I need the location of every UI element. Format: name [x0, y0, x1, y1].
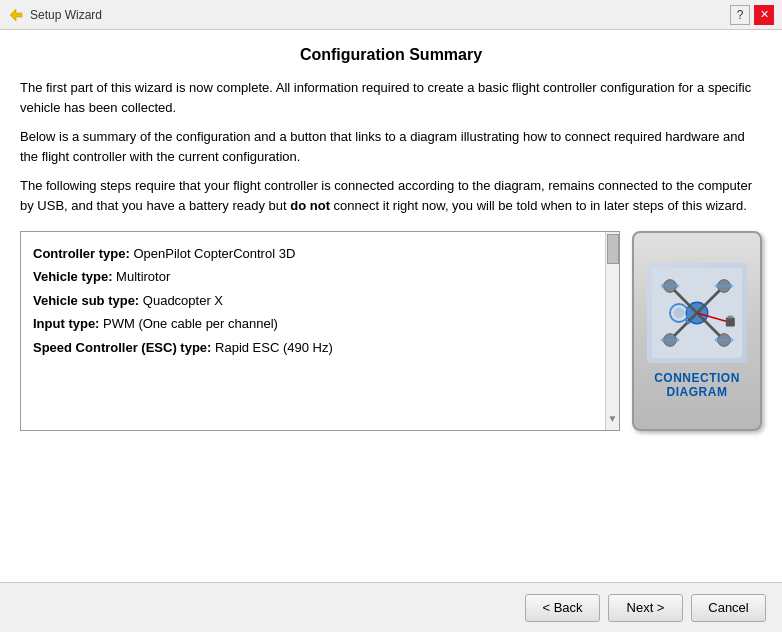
back-button[interactable]: < Back	[525, 594, 600, 622]
summary-label: Input type:	[33, 316, 99, 331]
summary-label: Controller type:	[33, 246, 130, 261]
close-button[interactable]: ✕	[754, 5, 774, 25]
summary-row: Vehicle sub type: Quadcopter X	[33, 289, 607, 312]
diagram-label-line2: DIAGRAM	[667, 385, 728, 399]
summary-row: Speed Controller (ESC) type: Rapid ESC (…	[33, 336, 607, 359]
svg-marker-0	[10, 9, 22, 21]
diagram-illustration	[647, 263, 747, 363]
summary-label: Vehicle sub type:	[33, 293, 139, 308]
titlebar-controls: ? ✕	[730, 5, 774, 25]
summary-row: Input type: PWM (One cable per channel)	[33, 312, 607, 335]
diagram-svg	[652, 268, 742, 358]
diagram-label-line1: CONNECTION	[654, 371, 740, 385]
summary-box: Controller type: OpenPilot CopterControl…	[20, 231, 620, 431]
paragraph1: The first part of this wizard is now com…	[20, 78, 762, 117]
svg-point-12	[715, 283, 733, 288]
titlebar-left: Setup Wizard	[8, 7, 102, 23]
next-button[interactable]: Next >	[608, 594, 683, 622]
svg-point-13	[661, 337, 679, 342]
summary-row: Controller type: OpenPilot CopterControl…	[33, 242, 607, 265]
svg-point-19	[674, 308, 685, 319]
titlebar: Setup Wizard ? ✕	[0, 0, 782, 30]
wizard-icon	[8, 7, 24, 23]
page-title: Configuration Summary	[20, 46, 762, 64]
help-button[interactable]: ?	[730, 5, 750, 25]
titlebar-title: Setup Wizard	[30, 8, 102, 22]
connection-diagram-button[interactable]: CONNECTION DIAGRAM	[632, 231, 762, 431]
svg-rect-16	[726, 318, 735, 327]
main-content: Configuration Summary The first part of …	[0, 30, 782, 582]
svg-rect-17	[728, 316, 733, 319]
svg-point-11	[661, 283, 679, 288]
cancel-button[interactable]: Cancel	[691, 594, 766, 622]
paragraph2: Below is a summary of the configuration …	[20, 127, 762, 166]
summary-area: Controller type: OpenPilot CopterControl…	[20, 231, 762, 431]
scrollbar[interactable]: ▼	[605, 232, 619, 430]
paragraph3: The following steps require that your fl…	[20, 176, 762, 215]
summary-label: Vehicle type:	[33, 269, 112, 284]
bottom-bar: < Back Next > Cancel	[0, 582, 782, 632]
paragraph3-part2: connect it right now, you will be told w…	[330, 198, 747, 213]
svg-point-14	[715, 337, 733, 342]
summary-row: Vehicle type: Multirotor	[33, 265, 607, 288]
summary-label: Speed Controller (ESC) type:	[33, 340, 211, 355]
paragraph3-bold: do not	[290, 198, 330, 213]
